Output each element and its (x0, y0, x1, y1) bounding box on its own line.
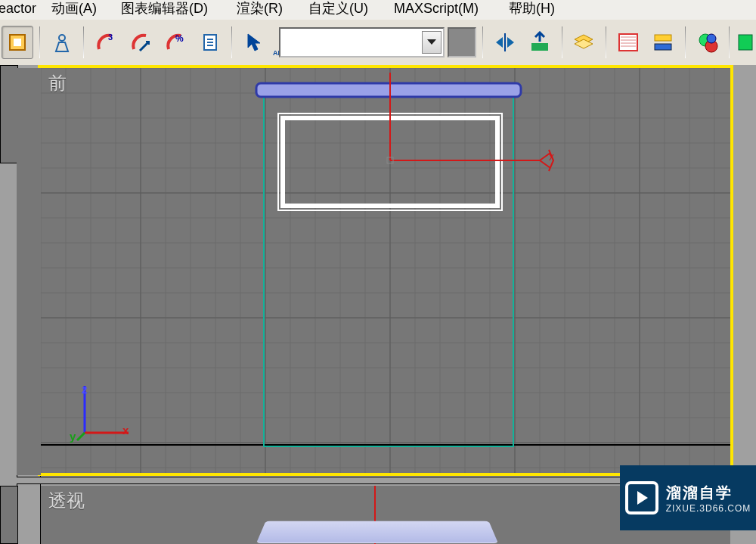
menu-item-custom[interactable]: 自定义(U) (301, 0, 376, 20)
selection-color-swatch[interactable] (448, 27, 476, 58)
svg-point-2 (59, 35, 65, 41)
percent-snap-button[interactable]: % (160, 26, 191, 59)
svg-rect-15 (256, 83, 521, 97)
watermark-play-icon (625, 481, 658, 514)
menu-item-help[interactable]: 帮助(H) (501, 0, 562, 20)
svg-rect-13 (739, 35, 752, 50)
watermark-title: 溜溜自学 (666, 483, 733, 503)
svg-rect-6 (531, 43, 548, 51)
menu-item-graph[interactable]: 图表编辑器(D) (113, 0, 215, 20)
schematic-view-button[interactable] (647, 26, 679, 59)
svg-rect-1 (14, 39, 21, 46)
grid: x (41, 68, 730, 473)
svg-rect-19 (387, 157, 393, 163)
select-none-button[interactable] (46, 26, 78, 59)
selection-filter-button[interactable] (2, 26, 33, 59)
svg-rect-7 (619, 34, 637, 51)
material-editor-button[interactable] (692, 26, 723, 59)
align-button[interactable] (524, 26, 556, 59)
snap-3d-button[interactable]: 3 (90, 26, 122, 59)
menu-item-script[interactable]: MAXScript(M) (386, 0, 486, 20)
svg-text:3: 3 (108, 33, 113, 42)
viewport-perspective-label: 透视 (48, 489, 85, 513)
svg-rect-9 (655, 44, 671, 50)
watermark-url: ZIXUE.3D66.COM (666, 503, 751, 514)
axis-z-label: z (82, 383, 88, 396)
viewport-front-label: 前 (48, 71, 67, 95)
render-setup-button[interactable] (736, 26, 754, 59)
viewport-top-left[interactable] (0, 65, 18, 163)
mirror-button[interactable] (489, 26, 521, 59)
svg-rect-17 (278, 113, 502, 210)
axis-y-label: y (70, 430, 76, 443)
layer-manager-button[interactable] (569, 26, 600, 59)
svg-rect-16 (283, 118, 497, 206)
axis-x-label: x (122, 424, 129, 437)
viewport-bottom-left[interactable] (0, 486, 18, 544)
select-object-button[interactable] (238, 26, 270, 59)
angle-snap-button[interactable] (125, 26, 156, 59)
svg-line-22 (77, 433, 85, 440)
spinner-snap-button[interactable] (194, 26, 226, 59)
menu-item-reactor[interactable]: eactor (0, 0, 44, 20)
named-selection-dropdown[interactable] (279, 27, 445, 58)
svg-rect-14 (264, 86, 513, 446)
main-toolbar: 3 % ABC (0, 20, 756, 66)
svg-rect-8 (655, 35, 671, 41)
viewport-front[interactable]: x z y x 前 (41, 68, 730, 473)
watermark: 溜溜自学 ZIXUE.3D66.COM (620, 465, 756, 530)
workspace: x z y x 前 透视 溜溜自学 ZIXUE.3D66.C (0, 65, 756, 544)
svg-text:x: x (549, 151, 554, 163)
dropdown-chevron-icon[interactable] (422, 31, 442, 54)
curve-editor-button[interactable] (612, 26, 644, 59)
svg-text:%: % (175, 33, 184, 44)
svg-point-12 (707, 34, 716, 43)
menu-bar: eactor 动画(A) 图表编辑器(D) 渲染(R) 自定义(U) MAXSc… (0, 0, 756, 20)
menu-item-anim[interactable]: 动画(A) (44, 0, 104, 20)
menu-item-render[interactable]: 渲染(R) (229, 0, 290, 20)
perspective-geometry (256, 521, 498, 543)
